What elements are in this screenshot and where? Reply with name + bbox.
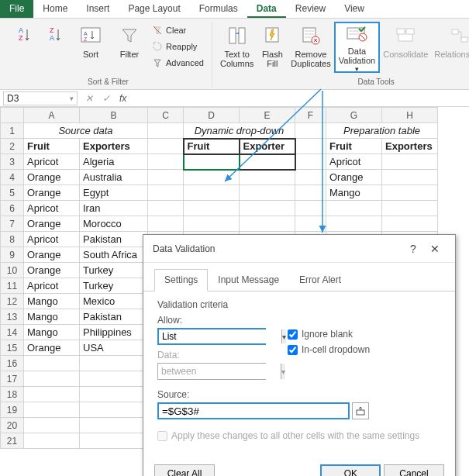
help-icon[interactable]: ?: [402, 243, 424, 255]
cell[interactable]: [148, 170, 184, 185]
row-header[interactable]: 19: [1, 402, 24, 418]
tab-data[interactable]: Data: [247, 0, 286, 18]
allow-combo[interactable]: ▾: [157, 328, 266, 345]
row-header[interactable]: 14: [1, 325, 24, 340]
cell[interactable]: [382, 170, 438, 185]
ok-button[interactable]: OK: [320, 464, 381, 476]
row-header[interactable]: 6: [1, 201, 24, 216]
tab-review[interactable]: Review: [286, 0, 335, 18]
cell[interactable]: Pakistan: [80, 309, 148, 325]
row-header[interactable]: 7: [1, 216, 24, 232]
cancel-button[interactable]: Cancel: [384, 464, 444, 476]
text-to-columns-button[interactable]: Text to Columns: [217, 22, 257, 73]
sort-az-button[interactable]: AZ: [9, 22, 40, 73]
cell[interactable]: Apricot: [24, 278, 80, 294]
ignore-blank-checkbox[interactable]: Ignore blank: [288, 329, 370, 340]
cell[interactable]: [295, 201, 326, 216]
cell[interactable]: [24, 387, 80, 402]
column-header[interactable]: D: [184, 108, 240, 123]
close-icon[interactable]: ✕: [424, 243, 446, 255]
cell[interactable]: [148, 123, 184, 139]
cell[interactable]: [80, 402, 148, 418]
row-header[interactable]: 18: [1, 387, 24, 402]
cell[interactable]: [184, 185, 240, 201]
cell[interactable]: [148, 139, 184, 154]
cell[interactable]: [240, 170, 295, 185]
column-header[interactable]: A: [24, 108, 80, 123]
cell[interactable]: [295, 216, 326, 232]
cell[interactable]: [240, 216, 295, 232]
cell[interactable]: Iran: [80, 201, 148, 216]
cell[interactable]: [184, 201, 240, 216]
cell[interactable]: Apricot: [326, 154, 382, 170]
relationships-button[interactable]: Relationships: [431, 22, 469, 73]
dialog-tab-settings[interactable]: Settings: [154, 269, 208, 291]
cell[interactable]: Australia: [80, 170, 148, 185]
row-header[interactable]: 17: [1, 371, 24, 387]
cell[interactable]: Orange: [24, 340, 80, 356]
filter-button[interactable]: Filter: [110, 22, 149, 73]
cell[interactable]: [295, 139, 326, 154]
cell[interactable]: Apricot: [24, 154, 80, 170]
cell[interactable]: [382, 154, 438, 170]
cell[interactable]: Exporter: [240, 139, 295, 154]
cell[interactable]: [326, 216, 382, 232]
column-header[interactable]: B: [80, 108, 148, 123]
cell[interactable]: Turkey: [80, 263, 148, 278]
tab-insert[interactable]: Insert: [77, 0, 119, 18]
cell[interactable]: Fruit: [184, 139, 240, 154]
row-header[interactable]: 10: [1, 263, 24, 278]
cell[interactable]: Mango: [24, 325, 80, 340]
cell[interactable]: Orange: [24, 216, 80, 232]
cell[interactable]: South Africa: [80, 247, 148, 263]
cell[interactable]: [295, 170, 326, 185]
cell[interactable]: Preparation table: [326, 123, 438, 139]
cell[interactable]: [24, 402, 80, 418]
cell[interactable]: [24, 418, 80, 433]
cell[interactable]: Orange: [24, 263, 80, 278]
cell[interactable]: [24, 356, 80, 371]
cell[interactable]: Exporters: [382, 139, 438, 154]
cell[interactable]: [295, 123, 326, 139]
cell[interactable]: [184, 216, 240, 232]
incell-dropdown-checkbox[interactable]: In-cell dropdown: [288, 344, 370, 355]
cell[interactable]: [80, 418, 148, 433]
data-validation-button[interactable]: Data Validation▾: [334, 22, 381, 73]
cell[interactable]: [184, 154, 240, 170]
column-header[interactable]: C: [148, 108, 184, 123]
cell[interactable]: Fruit: [24, 139, 80, 154]
cell[interactable]: Mango: [24, 294, 80, 309]
cell[interactable]: Pakistan: [80, 232, 148, 247]
cell[interactable]: Dynamic drop-down: [184, 123, 295, 139]
cell[interactable]: Algeria: [80, 154, 148, 170]
cell[interactable]: [326, 201, 382, 216]
fx-icon[interactable]: fx: [115, 93, 131, 104]
row-header[interactable]: 13: [1, 309, 24, 325]
row-header[interactable]: 3: [1, 154, 24, 170]
column-header[interactable]: E: [240, 108, 295, 123]
cell[interactable]: Egypt: [80, 185, 148, 201]
cell[interactable]: Turkey: [80, 278, 148, 294]
cell[interactable]: [240, 201, 295, 216]
flash-fill-button[interactable]: Flash Fill: [257, 22, 288, 73]
cell[interactable]: [80, 371, 148, 387]
row-header[interactable]: 4: [1, 170, 24, 185]
row-header[interactable]: 1: [1, 123, 24, 139]
row-header[interactable]: 9: [1, 247, 24, 263]
row-header[interactable]: 21: [1, 433, 24, 449]
cell[interactable]: Mango: [24, 309, 80, 325]
tab-home[interactable]: Home: [33, 0, 77, 18]
tab-view[interactable]: View: [335, 0, 374, 18]
cell[interactable]: Apricot: [24, 232, 80, 247]
row-header[interactable]: 2: [1, 139, 24, 154]
column-header[interactable]: H: [382, 108, 438, 123]
column-header[interactable]: [1, 108, 24, 123]
cell[interactable]: [148, 154, 184, 170]
source-input[interactable]: [157, 402, 350, 419]
column-header[interactable]: F: [295, 108, 326, 123]
cell[interactable]: Apricot: [24, 201, 80, 216]
dialog-tab-error-alert[interactable]: Error Alert: [289, 269, 351, 291]
cell[interactable]: Mexico: [80, 294, 148, 309]
cell[interactable]: [295, 185, 326, 201]
cell[interactable]: [240, 185, 295, 201]
